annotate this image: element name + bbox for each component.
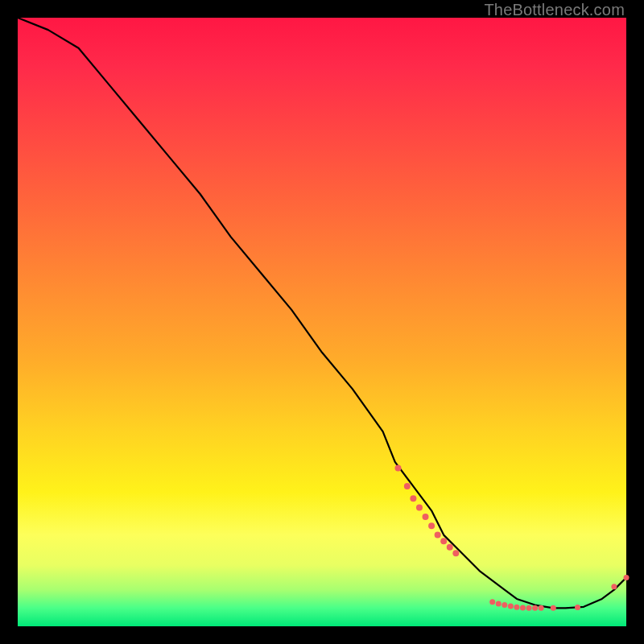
curve-marker (508, 604, 514, 609)
curve-marker (624, 575, 630, 580)
chart-svg (18, 18, 626, 626)
curve-marker (452, 550, 459, 556)
curve-marker (395, 464, 402, 471)
curve-marker (526, 605, 532, 611)
curve-marker (532, 605, 538, 611)
curve-markers (395, 464, 630, 610)
curve-line (18, 18, 626, 608)
plot-area (18, 18, 626, 626)
chart-stage: TheBottleneck.com (0, 0, 644, 644)
attribution-text: TheBottleneck.com (484, 2, 625, 18)
curve-marker (435, 532, 441, 539)
curve-marker (551, 605, 556, 611)
curve-marker (489, 599, 495, 605)
curve-marker (539, 605, 544, 611)
curve-marker (428, 522, 435, 529)
curve-marker (496, 601, 502, 607)
curve-marker (447, 544, 453, 551)
curve-marker (514, 605, 519, 610)
curve-marker (404, 483, 411, 489)
curve-marker (416, 505, 423, 511)
curve-marker (410, 495, 416, 502)
curve-marker (575, 605, 580, 610)
curve-marker (611, 584, 617, 589)
curve-marker (423, 514, 429, 520)
curve-marker (502, 602, 507, 608)
curve-marker (440, 538, 447, 544)
curve-marker (520, 605, 526, 610)
